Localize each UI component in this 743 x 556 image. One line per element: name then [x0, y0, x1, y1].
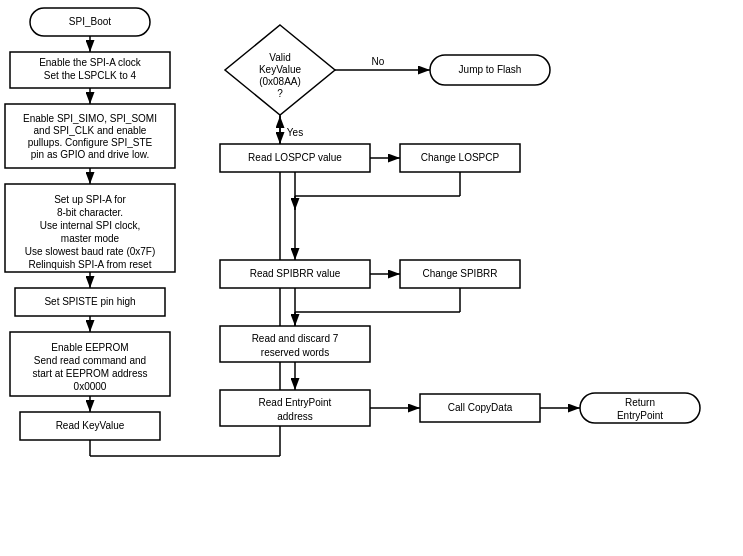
- setup-l6: Relinquish SPI-A from reset: [29, 259, 152, 270]
- read-discard-l2: reserved words: [261, 347, 329, 358]
- setup-l4: master mode: [61, 233, 120, 244]
- read-discard-l1: Read and discard 7: [252, 333, 339, 344]
- read-ep-l1: Read EntryPoint: [259, 397, 332, 408]
- spi-boot-label: SPI_Boot: [69, 16, 111, 27]
- valid-kv-l2: KeyValue: [259, 64, 302, 75]
- setup-l3: Use internal SPI clock,: [40, 220, 141, 231]
- valid-kv-l4: ?: [277, 88, 283, 99]
- change-lospcp-label: Change LOSPCP: [421, 152, 500, 163]
- eeprom-l2: Send read command and: [34, 355, 146, 366]
- enable-spi-l4: pin as GPIO and drive low.: [31, 149, 149, 160]
- call-copydata-label: Call CopyData: [448, 402, 513, 413]
- valid-kv-l1: Valid: [269, 52, 291, 63]
- keyvalue-label: Read KeyValue: [56, 420, 125, 431]
- enable-spi-l2: and SPI_CLK and enable: [34, 125, 147, 136]
- eeprom-l4: 0x0000: [74, 381, 107, 392]
- enable-spi-l1: Enable SPI_SIMO, SPI_SOMI: [23, 113, 157, 124]
- spiste-label: Set SPISTE pin high: [44, 296, 135, 307]
- valid-kv-l3: (0x08AA): [259, 76, 301, 87]
- read-spibrr-label: Read SPIBRR value: [250, 268, 341, 279]
- read-lospcp-label: Read LOSPCP value: [248, 152, 342, 163]
- setup-l5: Use slowest baud rate (0x7F): [25, 246, 156, 257]
- flowchart: SPI_Boot Enable the SPI-A clock Set the …: [0, 0, 743, 556]
- enable-spi-l3: pullups. Configure SPI_STE: [28, 137, 153, 148]
- read-ep-l2: address: [277, 411, 313, 422]
- no-label: No: [372, 56, 385, 67]
- setup-l1: Set up SPI-A for: [54, 194, 126, 205]
- change-spibrr-label: Change SPIBRR: [422, 268, 497, 279]
- enable-clock-label: Enable the SPI-A clock: [39, 57, 142, 68]
- setup-l2: 8-bit character.: [57, 207, 123, 218]
- enable-clock-label2: Set the LSPCLK to 4: [44, 70, 137, 81]
- eeprom-l3: start at EEPROM address: [32, 368, 147, 379]
- yes-label: Yes: [287, 127, 303, 138]
- jump-to-flash-label: Jump to Flash: [459, 64, 522, 75]
- eeprom-l1: Enable EEPROM: [51, 342, 128, 353]
- return-ep-l2: EntryPoint: [617, 410, 663, 421]
- return-ep-l1: Return: [625, 397, 655, 408]
